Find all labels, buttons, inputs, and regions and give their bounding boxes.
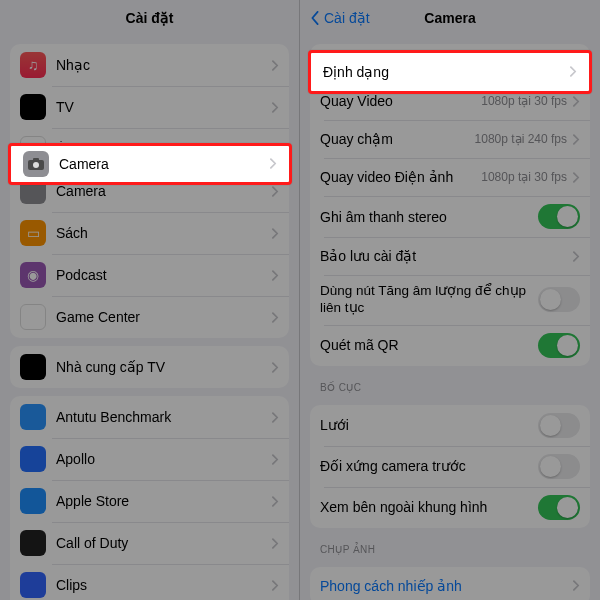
chevron-right-icon	[570, 64, 577, 80]
tv-provider-icon	[20, 354, 46, 380]
row-preserve[interactable]: Bảo lưu cài đặt	[310, 237, 590, 275]
row-label: Podcast	[56, 267, 272, 283]
camera-group-capture: Phong cách nhiếp ảnh	[310, 567, 590, 600]
chevron-right-icon	[573, 172, 580, 183]
row-scan-qr[interactable]: Quét mã QR	[310, 325, 590, 366]
row-label: Dùng nút Tăng âm lượng để chụp liên tục	[320, 283, 538, 317]
chevron-left-icon	[310, 11, 320, 25]
toggle-switch[interactable]	[538, 454, 580, 479]
settings-split-view: Cài đặt ♫NhạcTVẢnhCamera▭Sách◉PodcastGam…	[0, 0, 600, 600]
chevron-right-icon	[573, 134, 580, 145]
toggle-switch[interactable]	[538, 204, 580, 229]
settings-group: Nhà cung cấp TV	[10, 346, 289, 388]
right-title: Camera	[424, 10, 475, 26]
row-value: 1080p tại 30 fps	[481, 94, 567, 108]
chevron-right-icon	[573, 96, 580, 107]
camera-group-layout: LướiĐối xứng camera trướcXem bên ngoài k…	[310, 405, 590, 528]
row-grid[interactable]: Lưới	[310, 405, 590, 446]
row-tv-provider[interactable]: Nhà cung cấp TV	[10, 346, 289, 388]
row-podcast[interactable]: ◉Podcast	[10, 254, 289, 296]
svg-rect-1	[33, 158, 39, 161]
settings-group: ♫NhạcTVẢnhCamera▭Sách◉PodcastGame Center	[10, 44, 289, 338]
row-label: Quay Video	[320, 93, 481, 109]
highlight-camera-label: Camera	[59, 156, 270, 172]
row-label: TV	[56, 99, 272, 115]
antutu-icon	[20, 404, 46, 430]
row-label: Game Center	[56, 309, 272, 325]
row-photo-styles[interactable]: Phong cách nhiếp ảnh	[310, 567, 590, 600]
row-applestore[interactable]: Apple Store	[10, 480, 289, 522]
chevron-right-icon	[272, 454, 279, 465]
row-mirror[interactable]: Đối xứng camera trước	[310, 446, 590, 487]
apollo-icon	[20, 446, 46, 472]
toggle-switch[interactable]	[538, 413, 580, 438]
toggle-switch[interactable]	[538, 287, 580, 312]
clips-icon	[20, 572, 46, 598]
chevron-right-icon	[272, 186, 279, 197]
highlight-formats-row[interactable]: Định dạng	[308, 50, 592, 94]
camera-icon	[23, 151, 49, 177]
chevron-right-icon	[272, 270, 279, 281]
applestore-icon	[20, 488, 46, 514]
highlight-camera-row[interactable]: Camera	[8, 143, 292, 185]
settings-group: Antutu BenchmarkApolloApple StoreCall of…	[10, 396, 289, 600]
svg-point-2	[33, 162, 39, 168]
row-label: Camera	[56, 183, 272, 199]
chevron-right-icon	[272, 102, 279, 113]
chevron-right-icon	[573, 580, 580, 591]
section-capture-header: CHỤP ẢNH	[300, 528, 600, 559]
music-icon: ♫	[20, 52, 46, 78]
left-navbar: Cài đặt	[0, 0, 299, 36]
back-label: Cài đặt	[324, 10, 370, 26]
chevron-right-icon	[272, 312, 279, 323]
settings-master-pane: Cài đặt ♫NhạcTVẢnhCamera▭Sách◉PodcastGam…	[0, 0, 300, 600]
gamecenter-icon	[20, 304, 46, 330]
row-label: Antutu Benchmark	[56, 409, 272, 425]
row-label: Xem bên ngoài khung hình	[320, 499, 538, 515]
row-view-outside[interactable]: Xem bên ngoài khung hình	[310, 487, 590, 528]
row-label: Nhà cung cấp TV	[56, 359, 272, 375]
row-label: Quét mã QR	[320, 337, 538, 353]
row-label: Quay chậm	[320, 131, 475, 147]
row-label: Ghi âm thanh stereo	[320, 209, 538, 225]
toggle-switch[interactable]	[538, 495, 580, 520]
row-label: Nhạc	[56, 57, 272, 73]
toggle-switch[interactable]	[538, 333, 580, 358]
chevron-right-icon	[272, 60, 279, 71]
highlight-formats-label: Định dạng	[323, 64, 570, 80]
chevron-right-icon	[272, 362, 279, 373]
row-label: Bảo lưu cài đặt	[320, 248, 573, 264]
row-label: Đối xứng camera trước	[320, 458, 538, 474]
row-music[interactable]: ♫Nhạc	[10, 44, 289, 86]
row-books[interactable]: ▭Sách	[10, 212, 289, 254]
chevron-right-icon	[272, 496, 279, 507]
tv-icon	[20, 94, 46, 120]
back-button[interactable]: Cài đặt	[310, 10, 370, 26]
row-stereo[interactable]: Ghi âm thanh stereo	[310, 196, 590, 237]
chevron-right-icon	[573, 251, 580, 262]
row-clips[interactable]: Clips	[10, 564, 289, 600]
row-cod[interactable]: Call of Duty	[10, 522, 289, 564]
row-value: 1080p tại 240 fps	[475, 132, 567, 146]
row-label: Clips	[56, 577, 272, 593]
row-rec-slomo[interactable]: Quay chậm1080p tại 240 fps	[310, 120, 590, 158]
row-apollo[interactable]: Apollo	[10, 438, 289, 480]
chevron-right-icon	[272, 580, 279, 591]
row-label: Call of Duty	[56, 535, 272, 551]
chevron-right-icon	[270, 156, 277, 172]
row-label: Apple Store	[56, 493, 272, 509]
podcast-icon: ◉	[20, 262, 46, 288]
row-label: Sách	[56, 225, 272, 241]
row-label: Lưới	[320, 417, 538, 433]
row-gamecenter[interactable]: Game Center	[10, 296, 289, 338]
chevron-right-icon	[272, 228, 279, 239]
row-label: Apollo	[56, 451, 272, 467]
row-volume-burst[interactable]: Dùng nút Tăng âm lượng để chụp liên tục	[310, 275, 590, 325]
row-label: Quay video Điện ảnh	[320, 169, 481, 185]
row-tv[interactable]: TV	[10, 86, 289, 128]
section-layout-header: BỐ CỤC	[300, 366, 600, 397]
row-value: 1080p tại 30 fps	[481, 170, 567, 184]
row-antutu[interactable]: Antutu Benchmark	[10, 396, 289, 438]
right-navbar: Cài đặt Camera	[300, 0, 600, 36]
row-rec-cinema[interactable]: Quay video Điện ảnh1080p tại 30 fps	[310, 158, 590, 196]
